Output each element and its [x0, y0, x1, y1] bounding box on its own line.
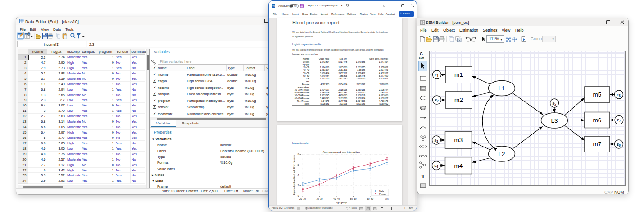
svg-text:m3: m3: [454, 137, 463, 143]
svg-text:.6: .6: [297, 163, 299, 166]
svg-text:.4: .4: [297, 174, 299, 176]
svg-text:0: 0: [298, 194, 299, 197]
svg-text:60–69: 60–69: [367, 198, 373, 200]
svg-text:m7: m7: [593, 141, 602, 147]
svg-text:L2: L2: [498, 151, 505, 157]
svg-text:m5: m5: [593, 91, 602, 98]
svg-text:m6: m6: [593, 117, 602, 124]
svg-text:Female: Female: [379, 193, 386, 195]
svg-text:70+: 70+: [385, 198, 389, 200]
svg-text:T: T: [421, 173, 425, 180]
svg-text:.8: .8: [297, 153, 299, 156]
svg-text:Age group and sex interaction: Age group and sex interaction: [323, 150, 360, 153]
svg-text:Age group: Age group: [336, 201, 347, 204]
svg-text:L1: L1: [498, 85, 505, 92]
svg-text:Male: Male: [379, 190, 384, 193]
svg-text:40–49: 40–49: [333, 198, 340, 200]
svg-text:W: W: [272, 5, 275, 7]
svg-text:m2: m2: [454, 97, 463, 103]
svg-text:Off: Off: [294, 5, 297, 7]
svg-text:50–59: 50–59: [350, 198, 357, 200]
svg-text:m4: m4: [454, 162, 463, 169]
svg-text:20–29: 20–29: [299, 198, 306, 200]
svg-text:L3: L3: [551, 117, 558, 124]
svg-text:Expected probability of high b: Expected probability of high blood press…: [293, 155, 295, 195]
svg-text:.2: .2: [297, 184, 299, 187]
svg-text:30–39: 30–39: [317, 198, 323, 200]
svg-text:m1: m1: [454, 71, 463, 78]
